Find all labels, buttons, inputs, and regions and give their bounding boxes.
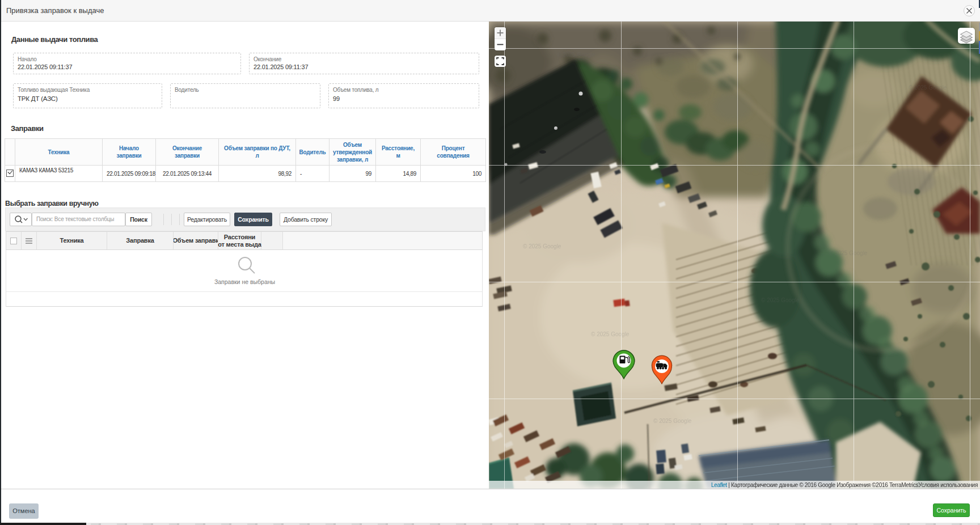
svg-text:© 2025 Google: © 2025 Google (909, 84, 947, 91)
svg-text:© 2025 Google: © 2025 Google (557, 52, 595, 58)
svg-text:© 2025 Google: © 2025 Google (829, 250, 868, 256)
svg-text:© 2025 Google: © 2025 Google (653, 418, 692, 424)
svg-text:© 2025 Google: © 2025 Google (591, 331, 630, 337)
svg-text:© 2025 Google: © 2025 Google (761, 297, 800, 303)
svg-text:© 2025 Google: © 2025 Google (523, 243, 561, 249)
svg-text:Leaflet | Картографические дан: Leaflet | Картографические данные © 2016… (711, 482, 978, 488)
